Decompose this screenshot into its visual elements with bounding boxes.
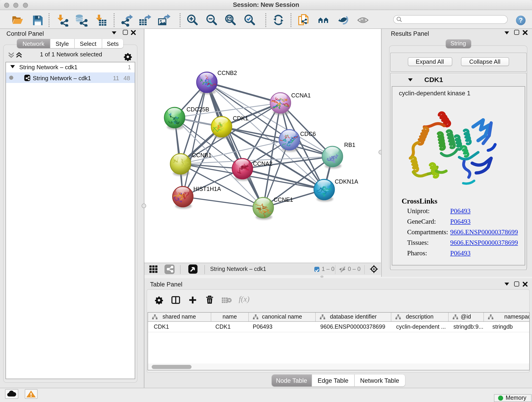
svg-text:CCNB2: CCNB2 <box>217 70 237 76</box>
svg-text:CCNB1: CCNB1 <box>192 152 211 158</box>
svg-text:CCNA1: CCNA1 <box>291 92 311 98</box>
svg-text:CDKN1A: CDKN1A <box>335 178 358 185</box>
svg-text:CCNE1: CCNE1 <box>273 196 293 203</box>
svg-text:CDC6: CDC6 <box>300 130 316 137</box>
svg-text:HIST1H1A: HIST1H1A <box>193 185 221 192</box>
svg-text:CCNA2: CCNA2 <box>253 160 272 167</box>
svg-text:CDK1: CDK1 <box>233 115 248 121</box>
svg-text:CDC25B: CDC25B <box>186 106 209 112</box>
svg-text:RB1: RB1 <box>344 141 355 148</box>
